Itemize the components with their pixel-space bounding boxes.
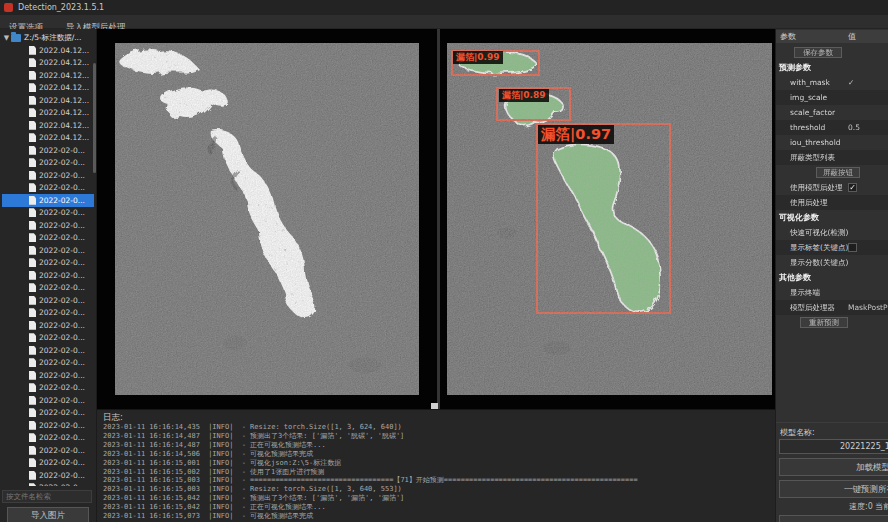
tree-root-folder[interactable]: ▼ Z:/5-标注数据/... xyxy=(2,31,94,44)
param-row[interactable]: 快速可视化(检测) xyxy=(776,225,888,240)
param-row[interactable]: iou_threshold xyxy=(776,135,888,150)
tree-file-item[interactable]: 2022-02-0... xyxy=(2,369,94,382)
param-label: 保存参数 xyxy=(794,47,842,58)
tree-file-item[interactable]: 2022-02-0... xyxy=(2,244,94,257)
tree-file-item[interactable]: 2022.04.12... xyxy=(2,94,94,107)
import-images-button[interactable]: 导入图片 xyxy=(7,507,89,522)
param-row[interactable]: threshold 0.5 xyxy=(776,120,888,135)
load-model-label: 加载模型 xyxy=(856,462,888,474)
column-value: 值 xyxy=(848,31,856,42)
param-row[interactable]: 保存参数 xyxy=(776,45,888,60)
file-name: 2022-02-0... xyxy=(39,196,85,205)
file-name: 2022-02-0... xyxy=(39,221,85,230)
param-checkbox[interactable] xyxy=(848,183,857,192)
param-row[interactable]: 显示分数(关键点) xyxy=(776,255,888,270)
file-icon xyxy=(29,321,36,330)
param-row[interactable]: with_mask ✓ xyxy=(776,75,888,90)
param-row[interactable]: 使用后处理 xyxy=(776,195,888,210)
param-label: 可视化参数 xyxy=(779,213,819,222)
tree-file-item[interactable]: 2022-02-0... xyxy=(2,157,94,170)
tree-file-item[interactable]: 2022.04.12... xyxy=(2,119,94,132)
tree-file-item[interactable]: 2022-02-0... xyxy=(2,232,94,245)
file-icon xyxy=(29,83,36,92)
tree-file-item[interactable]: 2022-02-0... xyxy=(2,219,94,232)
param-row[interactable]: scale_factor xyxy=(776,105,888,120)
tree-file-item[interactable]: 2022.04.12... xyxy=(2,69,94,82)
file-icon xyxy=(29,208,36,217)
detection-label: 漏箔|0.97 xyxy=(538,125,614,144)
log-timestamp: 2023-01-11 16:16:15,073 xyxy=(103,512,200,520)
param-row[interactable]: 屏蔽类型列表 xyxy=(776,150,888,165)
log-timestamp: 2023-01-11 16:16:14,435 xyxy=(103,423,200,431)
tree-file-item[interactable]: 2022.04.12... xyxy=(2,44,94,57)
tree-file-item[interactable]: 2022-02-0... xyxy=(2,482,94,487)
file-icon xyxy=(29,121,36,130)
tree-file-item[interactable]: 2022-02-0... xyxy=(2,432,94,445)
tree-file-item[interactable]: 2022.04.12... xyxy=(2,57,94,70)
log-level: |INFO| xyxy=(208,432,233,440)
tree-file-item[interactable]: 2022-02-0... xyxy=(2,419,94,432)
tree-file-item[interactable]: 2022.04.12... xyxy=(2,132,94,145)
file-icon xyxy=(29,283,36,292)
tree-file-item[interactable]: 2022-02-0... xyxy=(2,457,94,470)
log-lines[interactable]: 2023-01-11 16:16:14,435 |INFO| - Resize:… xyxy=(103,423,773,522)
tree-file-item[interactable]: 2022-02-0... xyxy=(2,194,94,207)
tree-file-item[interactable]: 2022.04.12... xyxy=(2,107,94,120)
param-row[interactable]: 可视化参数 xyxy=(776,210,888,225)
log-line: 2023-01-11 16:16:15,003 |INFO| - Resize:… xyxy=(103,485,773,494)
tree-file-item[interactable]: 2022-02-0... xyxy=(2,469,94,482)
file-name: 2022-02-0... xyxy=(39,233,85,242)
param-row[interactable]: 模型后处理器 MaskPostPro xyxy=(776,300,888,315)
tree-file-item[interactable]: 2022-02-0... xyxy=(2,332,94,345)
log-level: |INFO| xyxy=(208,441,233,449)
root-folder-name: Z:/5-标注数据/... xyxy=(24,33,81,43)
prediction-image-viewport[interactable]: 漏箔|0.99 漏箔|0.89 漏箔|0.97 xyxy=(440,29,775,409)
model-name-field[interactable]: 20221225_174813 xyxy=(779,439,888,454)
log-message: - 可视化预测结果完成 xyxy=(242,450,313,458)
tree-file-item[interactable]: 2022-02-0... xyxy=(2,382,94,395)
original-image-viewport[interactable] xyxy=(97,29,437,409)
partial-bottom-button[interactable] xyxy=(779,515,888,522)
tree-file-item[interactable]: 2022-02-0... xyxy=(2,207,94,220)
window-title: Detection_2023.1.5.1 xyxy=(18,3,104,12)
tree-file-item[interactable]: 2022-02-0... xyxy=(2,357,94,370)
tree-file-item[interactable]: 2022-02-0... xyxy=(2,319,94,332)
tree-file-item[interactable]: 2022-02-0... xyxy=(2,282,94,295)
param-row[interactable]: 显示标签(关键点) xyxy=(776,240,888,255)
log-timestamp: 2023-01-11 16:16:15,001 xyxy=(103,459,200,467)
load-model-button[interactable]: 加载模型 xyxy=(779,458,888,476)
search-input[interactable] xyxy=(2,490,92,503)
tree-file-item[interactable]: 2022-02-0... xyxy=(2,169,94,182)
param-checkbox[interactable] xyxy=(848,243,857,252)
param-row[interactable]: 使用模型后处理 xyxy=(776,180,888,195)
detection-label: 漏箔|0.89 xyxy=(499,89,549,102)
tree-file-item[interactable]: 2022-02-0... xyxy=(2,182,94,195)
tree-file-item[interactable]: 2022-02-0... xyxy=(2,294,94,307)
file-name: 2022-02-0... xyxy=(39,471,85,480)
tree-file-item[interactable]: 2022-02-0... xyxy=(2,394,94,407)
caret-down-icon[interactable]: ▼ xyxy=(2,34,11,42)
tree-file-item[interactable]: 2022-02-0... xyxy=(2,307,94,320)
log-line: 2023-01-11 16:16:14,487 |INFO| - 预测出了3个结… xyxy=(103,432,773,441)
tree-file-item[interactable]: 2022-02-0... xyxy=(2,407,94,420)
param-row[interactable]: 重新预测 xyxy=(776,315,888,330)
tree-file-item[interactable]: 2022-02-0... xyxy=(2,269,94,282)
tree-file-item[interactable]: 2022-02-0... xyxy=(2,144,94,157)
predict-all-button[interactable]: 一键预测所有图片 xyxy=(779,480,888,498)
tree-file-item[interactable]: 2022-02-0... xyxy=(2,257,94,270)
param-row[interactable]: 屏蔽按钮 xyxy=(776,165,888,180)
param-row[interactable]: 预测参数 xyxy=(776,60,888,75)
tree-file-item[interactable]: 2022-02-0... xyxy=(2,444,94,457)
log-line: 2023-01-11 16:16:15,001 |INFO| - 可视化json… xyxy=(103,459,773,468)
file-icon xyxy=(29,396,36,405)
file-name: 2022-02-0... xyxy=(39,396,85,405)
param-row[interactable]: img_scale xyxy=(776,90,888,105)
tree-file-item[interactable]: 2022-02-0... xyxy=(2,344,94,357)
param-row[interactable]: 显示终端 xyxy=(776,285,888,300)
param-row[interactable]: 其他参数 xyxy=(776,270,888,285)
file-name: 2022.04.12... xyxy=(39,96,89,105)
log-line: 2023-01-11 16:16:15,073 |INFO| - 可视化预测结果… xyxy=(103,512,773,521)
tree-file-item[interactable]: 2022.04.12... xyxy=(2,82,94,95)
param-label: 模型后处理器 xyxy=(790,303,835,312)
tree-scrollbar[interactable] xyxy=(93,63,96,173)
